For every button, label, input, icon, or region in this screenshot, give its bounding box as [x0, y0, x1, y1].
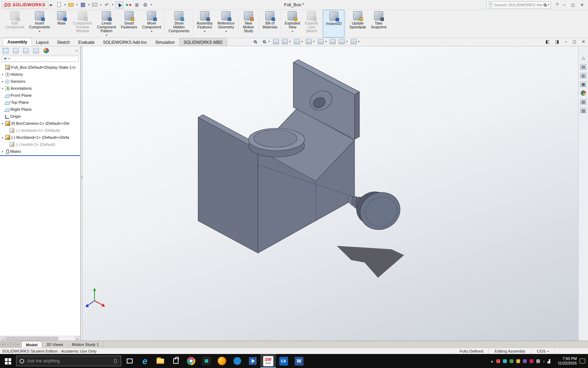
- menu-expand-arrow-icon[interactable]: ▶: [50, 3, 52, 7]
- expand-arrow-icon[interactable]: ▸: [1, 80, 5, 83]
- task-view-button[interactable]: [122, 354, 137, 368]
- tree-item-boxstand-1-default-defa[interactable]: ▸(-) BoxStand<1> (Default<<Defa: [0, 134, 80, 141]
- maximize-icon[interactable]: ◻: [571, 2, 575, 7]
- record-macro-icon[interactable]: [125, 1, 132, 8]
- panel-horizontal-scrollbar[interactable]: ◂ ▸: [0, 336, 80, 341]
- displaymanager-icon[interactable]: [43, 48, 49, 53]
- zoom-area-icon[interactable]: [261, 39, 267, 44]
- scroll-right-icon[interactable]: ▸: [75, 336, 80, 340]
- taskbar-app-ca-agent[interactable]: CA: [276, 354, 291, 368]
- task-list-icon[interactable]: ≣: [134, 1, 140, 8]
- microphone-icon[interactable]: [114, 359, 117, 363]
- ribbon-button-instant3d[interactable]: Instant3D: [323, 10, 344, 38]
- close-doc-icon[interactable]: ✕: [582, 39, 585, 44]
- dropdown-caret-icon[interactable]: ▾: [289, 40, 291, 43]
- dropdown-caret-icon[interactable]: ▾: [313, 40, 315, 43]
- tab-solidworks-add-ins[interactable]: SOLIDWORKS Add-Ins: [99, 39, 151, 46]
- display-style-icon[interactable]: [306, 39, 312, 44]
- taskbar-search-input[interactable]: [27, 359, 114, 363]
- taskbar-app-skype[interactable]: [230, 354, 245, 368]
- taskbar-search-box[interactable]: [16, 356, 121, 366]
- dock-right-icon[interactable]: ◨: [555, 39, 559, 44]
- dropdown-caret-icon[interactable]: ▾: [112, 3, 113, 6]
- tree-item-history[interactable]: ▸History: [0, 71, 80, 78]
- taskbar-app-file-explorer[interactable]: [153, 354, 168, 368]
- camera-cylinder[interactable]: [248, 128, 304, 157]
- taskbar-app-solidworks[interactable]: SW2016: [260, 354, 276, 368]
- dropdown-caret-icon[interactable]: ▾: [268, 40, 270, 43]
- tab-sketch[interactable]: Sketch: [53, 39, 74, 46]
- ribbon-button-linear[interactable]: Linear Component Pattern▾: [94, 10, 118, 38]
- assembly-3d-model[interactable]: [198, 60, 406, 253]
- restore-doc-icon[interactable]: ◻: [573, 39, 576, 44]
- tray-gray-icon[interactable]: [536, 359, 540, 363]
- dock-left-icon[interactable]: ◧: [546, 39, 550, 44]
- ribbon-button-exploded[interactable]: Exploded View▾: [282, 10, 303, 38]
- tree-item-origin[interactable]: Origin: [0, 113, 80, 120]
- expand-arrow-icon[interactable]: ▸: [1, 150, 5, 153]
- search-dropdown-caret-icon[interactable]: ▾: [548, 3, 549, 6]
- volume-icon[interactable]: ♪: [543, 359, 545, 363]
- ribbon-button-new[interactable]: New Motion Study: [239, 10, 258, 38]
- dropdown-caret-icon[interactable]: ▾: [301, 40, 303, 43]
- appearances-icon[interactable]: [581, 90, 586, 96]
- tree-item-front-plane[interactable]: Front Plane: [0, 92, 80, 99]
- tree-item-annotations[interactable]: ▸Annotations: [0, 85, 80, 92]
- tab-simulation[interactable]: Simulation: [151, 39, 179, 46]
- tree-item-f-boccamera-1-default-de[interactable]: ▸(f) BocCamera<1> (Default<<De: [0, 120, 80, 127]
- new-document-icon[interactable]: [56, 1, 62, 8]
- tab-scroll-last-icon[interactable]: »: [15, 342, 20, 347]
- view-orientation-icon[interactable]: [294, 39, 300, 44]
- featuremanager-tree-icon[interactable]: [3, 48, 8, 53]
- tree-item-full-box-default-display-state-1[interactable]: Full_Box (Default<Display State-1>): [0, 64, 80, 71]
- filter-caret-icon[interactable]: ▾: [8, 57, 10, 60]
- network-icon[interactable]: ▟: [547, 359, 550, 363]
- graphics-viewport[interactable]: [83, 46, 578, 341]
- save-icon[interactable]: [80, 1, 86, 8]
- viewport-3d-canvas[interactable]: [83, 46, 578, 341]
- taskbar-app-photos[interactable]: [199, 354, 214, 368]
- view-settings-icon[interactable]: [351, 39, 357, 44]
- tree-item-boxbase-1-default[interactable]: ⚠(-) boxbase<1> (Default): [0, 127, 80, 134]
- tree-item-top-plane[interactable]: Top Plane: [0, 99, 80, 106]
- expand-arrow-icon[interactable]: ▸: [1, 136, 5, 139]
- dropdown-caret-icon[interactable]: ▾: [150, 3, 152, 6]
- dimxpertmanager-icon[interactable]: [33, 48, 39, 53]
- tray-green-icon[interactable]: [510, 359, 513, 363]
- tree-item-mates[interactable]: ▸Mates: [0, 148, 80, 155]
- ribbon-button-reference[interactable]: Reference Geometry▾: [215, 10, 237, 38]
- tab-scroll-next-icon[interactable]: ›: [10, 342, 15, 347]
- taskbar-app-store[interactable]: [168, 354, 183, 368]
- print-icon[interactable]: [92, 1, 98, 8]
- tray-yellow-icon[interactable]: [516, 359, 520, 363]
- bottom-tab-motion-study-1[interactable]: Motion Study 1: [68, 341, 104, 348]
- tray-red-icon[interactable]: [496, 359, 500, 363]
- configurationmanager-icon[interactable]: [23, 48, 29, 53]
- ribbon-button-assembly[interactable]: Assembly Features▾: [194, 10, 215, 38]
- custom-properties-icon[interactable]: ▧: [580, 99, 586, 104]
- ribbon-button-take[interactable]: Take Snapshot: [369, 10, 389, 38]
- propertymanager-icon[interactable]: [13, 48, 19, 53]
- taskbar-app-edge[interactable]: e: [137, 354, 153, 368]
- tab-scroll-prev-icon[interactable]: ‹: [6, 342, 10, 347]
- panel-expand-icon[interactable]: ›: [76, 48, 77, 53]
- dropdown-caret-icon[interactable]: ▾: [325, 40, 327, 43]
- tree-item-sensors[interactable]: ▸Sensors: [0, 78, 80, 85]
- dropdown-caret-icon[interactable]: ▾: [346, 40, 348, 43]
- zoom-fit-icon[interactable]: [252, 39, 258, 44]
- edit-appearance-icon[interactable]: [330, 39, 336, 44]
- options-gear-icon[interactable]: ⚙: [142, 1, 148, 8]
- expand-arrow-icon[interactable]: ▸: [1, 87, 5, 90]
- tree-item-right-plane[interactable]: Right Plane: [0, 106, 80, 113]
- tab-layout[interactable]: Layout: [32, 39, 53, 46]
- tray-pink-icon[interactable]: [530, 359, 533, 363]
- taskbar-clock[interactable]: 7:50 PM 11/22/2016: [555, 356, 577, 366]
- minimize-doc-icon[interactable]: –: [565, 39, 567, 44]
- tree-item-boxlid-1-default[interactable]: ⚠(-) boxlid<1> (Default): [0, 141, 80, 148]
- bottom-tab-3d-views[interactable]: 3D Views: [42, 341, 68, 348]
- dropdown-caret-icon[interactable]: ▾: [100, 3, 102, 6]
- taskbar-app-chrome[interactable]: [183, 354, 199, 368]
- file-explorer-icon[interactable]: ▥: [580, 73, 586, 78]
- tab-assembly[interactable]: Assembly: [3, 38, 32, 46]
- ribbon-button-insert[interactable]: Insert Components▾: [27, 10, 52, 38]
